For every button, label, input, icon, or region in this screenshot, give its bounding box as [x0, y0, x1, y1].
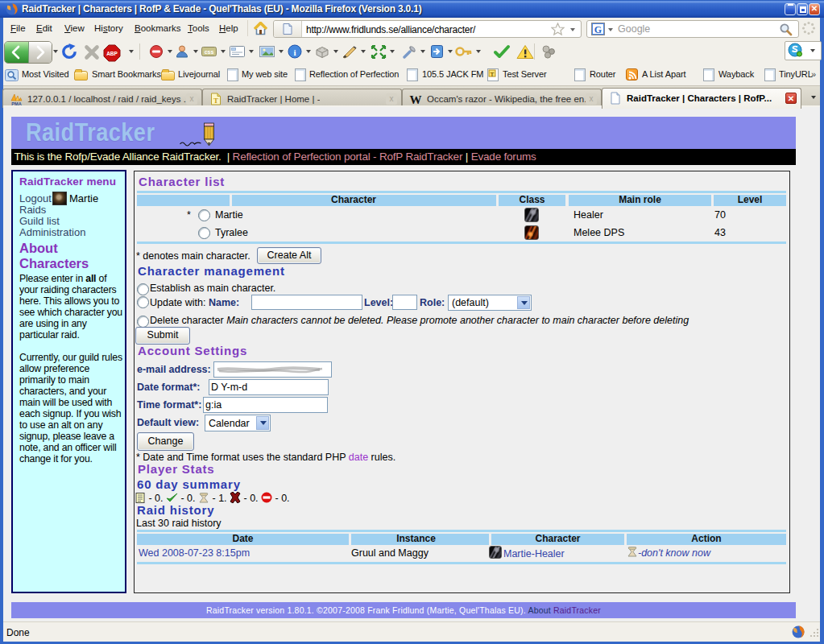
svg-text:css: css — [205, 49, 214, 55]
svg-text:ABP: ABP — [106, 51, 118, 56]
svg-text:T: T — [491, 71, 495, 78]
svg-text:i: i — [293, 47, 296, 57]
svg-text:W: W — [410, 93, 422, 106]
svg-text:G: G — [594, 24, 602, 35]
svg-text:T: T — [213, 97, 218, 105]
